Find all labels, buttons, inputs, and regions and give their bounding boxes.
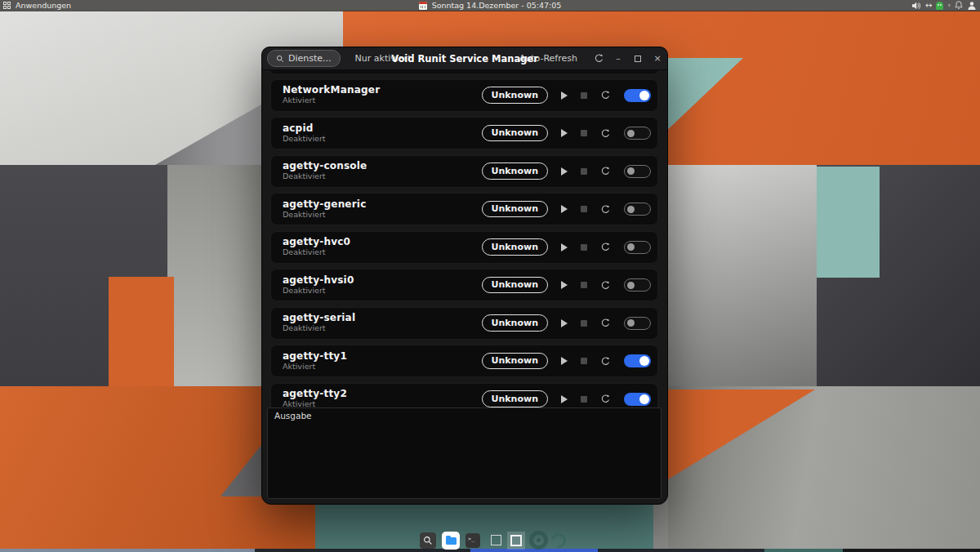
filter-enabled-button[interactable]: Nur aktiviert [355, 53, 412, 64]
service-text: agetty-serial Deaktiviert [283, 313, 355, 333]
swirl-logo-icon[interactable] [529, 531, 548, 550]
start-button[interactable] [561, 129, 568, 137]
refresh-icon [594, 53, 604, 64]
restart-button[interactable] [600, 356, 611, 367]
titlebar-controls: Auto-Refresh – × [519, 47, 667, 69]
ghost-applet-icon[interactable] [936, 2, 943, 10]
service-row[interactable]: agetty-console Deaktiviert Unknown [270, 155, 658, 188]
restart-button[interactable] [600, 166, 611, 176]
enable-toggle[interactable] [624, 278, 651, 292]
refresh-button[interactable] [589, 47, 608, 69]
service-actions: Unknown [482, 353, 651, 369]
enable-toggle[interactable] [624, 165, 651, 178]
service-name: NetworkManager [283, 85, 380, 96]
service-actions: Unknown [482, 125, 651, 141]
terminal-button[interactable]: >_ [466, 533, 480, 548]
dock: >_ [420, 531, 566, 550]
status-badge: Unknown [482, 87, 548, 103]
start-button[interactable] [561, 167, 568, 176]
enable-toggle[interactable] [624, 203, 651, 216]
terminal-icon: >_ [468, 536, 474, 542]
wallpaper-shape [167, 165, 261, 390]
restart-icon [600, 394, 611, 404]
status-badge: Unknown [482, 162, 548, 179]
start-button[interactable] [561, 319, 568, 327]
stop-button[interactable] [581, 92, 587, 99]
bell-icon[interactable] [955, 1, 963, 10]
user-icon[interactable] [967, 1, 977, 11]
start-button[interactable] [561, 91, 568, 100]
close-button[interactable]: × [648, 47, 667, 69]
service-actions: Unknown [482, 277, 651, 293]
volume-icon[interactable] [911, 2, 921, 10]
stop-button[interactable] [581, 168, 587, 175]
stop-button[interactable] [581, 358, 587, 364]
service-row[interactable]: agetty-serial Deaktiviert Unknown [270, 307, 658, 340]
scrolled-row-edge [270, 69, 658, 73]
service-name: agetty-serial [283, 313, 355, 323]
stop-button[interactable] [581, 320, 587, 327]
maximize-button[interactable] [628, 47, 648, 69]
restart-icon [600, 280, 611, 291]
service-text: agetty-console Deaktiviert [283, 161, 367, 181]
clock-text: Sonntag 14.Dezember - 05:47:05 [432, 1, 562, 10]
start-button[interactable] [561, 357, 568, 365]
service-name: agetty-generic [283, 199, 366, 210]
stop-button[interactable] [581, 130, 587, 136]
restart-button[interactable] [600, 318, 611, 328]
auto-refresh-label: Auto-Refresh [519, 53, 577, 64]
start-button[interactable] [561, 243, 568, 252]
service-row[interactable]: agetty-tty1 Aktiviert Unknown [270, 345, 658, 377]
service-status: Deaktiviert [283, 211, 366, 219]
arc-logo-icon[interactable] [548, 530, 568, 550]
status-badge: Unknown [482, 353, 548, 369]
tray-collapse-icon[interactable]: ‹ [947, 2, 951, 9]
service-actions: Unknown [482, 201, 651, 217]
service-row[interactable]: agetty-hvsi0 Deaktiviert Unknown [270, 269, 658, 301]
start-button[interactable] [561, 395, 568, 403]
app-finder-button[interactable] [420, 532, 436, 549]
stop-button[interactable] [581, 244, 587, 251]
minimize-button[interactable]: – [608, 47, 628, 69]
stop-button[interactable] [581, 396, 587, 403]
enable-toggle[interactable] [624, 241, 651, 254]
enable-toggle[interactable] [624, 127, 651, 140]
stop-button[interactable] [581, 206, 587, 212]
enable-toggle[interactable] [624, 393, 651, 406]
service-text: NetworkManager Aktiviert [283, 85, 380, 105]
workspace-1[interactable] [491, 535, 501, 545]
service-status: Aktiviert [283, 363, 347, 371]
search-text: Dienste... [288, 53, 332, 64]
maximize-icon [635, 56, 641, 62]
output-label: Ausgabe [268, 408, 661, 421]
service-name: agetty-console [283, 161, 367, 171]
network-arrows-icon[interactable]: ↔ [925, 2, 932, 10]
service-status: Deaktiviert [283, 172, 367, 180]
clock[interactable]: Sonntag 14.Dezember - 05:47:05 [0, 0, 980, 11]
restart-button[interactable] [600, 394, 611, 404]
start-button[interactable] [561, 281, 568, 289]
wallpaper-shape [109, 277, 174, 387]
start-button[interactable] [561, 205, 568, 213]
search-input[interactable]: Dienste... [267, 50, 341, 67]
enable-toggle[interactable] [624, 317, 651, 330]
restart-icon [600, 128, 611, 139]
service-row[interactable]: agetty-generic Deaktiviert Unknown [270, 193, 658, 225]
service-status: Deaktiviert [283, 248, 350, 256]
restart-button[interactable] [600, 242, 611, 252]
system-tray: ↔ ‹ [911, 0, 977, 11]
status-badge: Unknown [482, 390, 548, 407]
service-row[interactable]: NetworkManager Aktiviert Unknown [270, 79, 658, 112]
enable-toggle[interactable] [624, 89, 651, 102]
service-row[interactable]: acpid Deaktiviert Unknown [270, 117, 658, 149]
service-row[interactable]: agetty-hvc0 Deaktiviert Unknown [270, 231, 658, 264]
restart-button[interactable] [600, 128, 611, 139]
restart-button[interactable] [600, 90, 611, 100]
enable-toggle[interactable] [624, 354, 651, 367]
stop-button[interactable] [581, 282, 587, 288]
workspace-2-active[interactable] [507, 532, 525, 550]
restart-button[interactable] [600, 280, 611, 291]
file-manager-button[interactable] [442, 532, 460, 550]
restart-button[interactable] [600, 204, 611, 215]
service-text: agetty-hvc0 Deaktiviert [283, 237, 350, 257]
